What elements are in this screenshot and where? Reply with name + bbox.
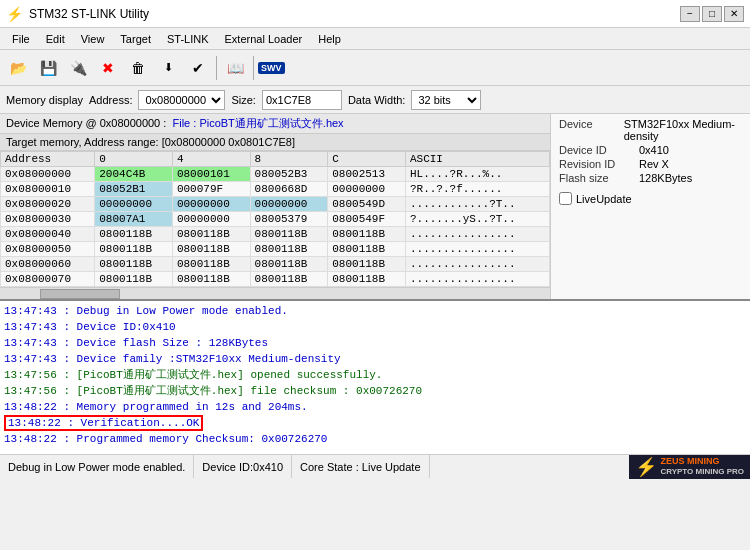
ascii-cell: ................ (405, 227, 549, 242)
data-cell: 00000000 (172, 197, 250, 212)
menu-view[interactable]: View (73, 31, 113, 47)
log-line: 13:47:43 : Debug in Low Power mode enabl… (4, 303, 746, 319)
menu-stlink[interactable]: ST-LINK (159, 31, 217, 47)
memory-table-scroll[interactable]: Address 0 4 8 C ASCII 0x080000002004C4B0… (0, 151, 550, 287)
data-cell: 0800118B (250, 257, 328, 272)
log-line: 13:47:43 : Device ID:0x410 (4, 319, 746, 335)
zeus-badge-area: ⚡ ZEUS MINING CRYPTO MINING PRO (629, 455, 750, 479)
read-button[interactable]: 📖 (221, 54, 249, 82)
data-cell: 00000000 (95, 197, 173, 212)
disconnect-button[interactable]: ✖ (94, 54, 122, 82)
open-button[interactable]: 📂 (4, 54, 32, 82)
table-row: 0x080000500800118B0800118B0800118B080011… (1, 242, 550, 257)
ascii-cell: ?.......yS..?T.. (405, 212, 549, 227)
data-cell: 0800118B (172, 227, 250, 242)
device-id-value: 0x410 (639, 144, 669, 156)
device-info-panel: Device STM32F10xx Medium-density Device … (550, 114, 750, 299)
data-width-dropdown[interactable]: 32 bits (411, 90, 481, 110)
file-bar: Device Memory @ 0x08000000 : File : Pico… (0, 114, 550, 134)
address-dropdown[interactable]: 0x08000000 (138, 90, 225, 110)
data-cell: 2004C4B (95, 167, 173, 182)
verify-button[interactable]: ✔ (184, 54, 212, 82)
data-cell: 0800118B (172, 242, 250, 257)
size-input[interactable] (262, 90, 342, 110)
menu-help[interactable]: Help (310, 31, 349, 47)
table-header-info: Target memory, Address range: [0x0800000… (0, 134, 550, 151)
save-button[interactable]: 💾 (34, 54, 62, 82)
data-cell: 0800549F (328, 212, 406, 227)
menu-target[interactable]: Target (112, 31, 159, 47)
data-cell: 0800118B (250, 242, 328, 257)
horizontal-scrollbar[interactable] (0, 287, 550, 299)
revision-id-row: Revision ID Rev X (559, 158, 742, 170)
live-update-label: LiveUpdate (576, 193, 632, 205)
address-cell: 0x08000020 (1, 197, 95, 212)
status-device-id-text: Device ID:0x410 (202, 461, 283, 473)
data-cell: 080052B3 (250, 167, 328, 182)
window-title: STM32 ST-LINK Utility (29, 7, 149, 21)
log-line: 13:47:56 : [PicoBT通用矿工测试文件.hex] file che… (4, 383, 746, 399)
table-row: 0x080000600800118B0800118B0800118B080011… (1, 257, 550, 272)
ascii-cell: ................ (405, 272, 549, 287)
memory-table: Address 0 4 8 C ASCII 0x080000002004C4B0… (0, 151, 550, 287)
data-cell: 00000000 (250, 197, 328, 212)
table-row: 0x080000002004C4B08000101080052B30800251… (1, 167, 550, 182)
status-left-text: Debug in Low Power mode enabled. (8, 461, 185, 473)
connect-button[interactable]: 🔌 (64, 54, 92, 82)
device-memory-label: Device Memory @ 0x08000000 : File : Pico… (6, 116, 344, 131)
ascii-cell: ................ (405, 242, 549, 257)
close-button[interactable]: ✕ (724, 6, 744, 22)
minimize-button[interactable]: − (680, 6, 700, 22)
file-path: File : PicoBT通用矿工测试文件.hex (172, 117, 343, 129)
flash-size-value: 128KBytes (639, 172, 692, 184)
col-8: 8 (250, 152, 328, 167)
maximize-button[interactable]: □ (702, 6, 722, 22)
app-icon: ⚡ (6, 6, 23, 22)
log-line: 13:48:22 : Programmed memory Checksum: 0… (4, 431, 746, 447)
col-c: C (328, 152, 406, 167)
flash-size-row: Flash size 128KBytes (559, 172, 742, 184)
data-cell: 08000101 (172, 167, 250, 182)
data-cell: 0800118B (95, 242, 173, 257)
address-cell: 0x08000000 (1, 167, 95, 182)
menu-edit[interactable]: Edit (38, 31, 73, 47)
device-row: Device STM32F10xx Medium-density (559, 118, 742, 142)
ascii-cell: ................ (405, 257, 549, 272)
zeus-badge: ⚡ ZEUS MINING CRYPTO MINING PRO (629, 455, 750, 479)
table-row: 0x0800003008007A100000000080053790800549… (1, 212, 550, 227)
log-line: 13:47:56 : [PicoBT通用矿工测试文件.hex] opened s… (4, 367, 746, 383)
address-range: Target memory, Address range: [0x0800000… (6, 136, 295, 148)
data-width-label: Data Width: (348, 94, 405, 106)
status-core-state-text: Core State : Live Update (300, 461, 420, 473)
memory-display-label: Memory display (6, 94, 83, 106)
status-bar: Debug in Low Power mode enabled. Device … (0, 454, 750, 478)
status-core-state: Core State : Live Update (292, 455, 429, 478)
device-id-label: Device ID (559, 144, 639, 156)
program-button[interactable]: ⬇ (154, 54, 182, 82)
revision-id-value: Rev X (639, 158, 669, 170)
data-cell: 0800118B (95, 272, 173, 287)
table-row: 0x080000400800118B0800118B0800118B080011… (1, 227, 550, 242)
status-device-id: Device ID:0x410 (194, 455, 292, 478)
address-label: Address: (89, 94, 132, 106)
memory-display-bar: Memory display Address: 0x08000000 Size:… (0, 86, 750, 114)
log-section[interactable]: 13:47:43 : Debug in Low Power mode enabl… (0, 299, 750, 454)
data-cell: 0800549D (328, 197, 406, 212)
data-cell: 0800118B (328, 257, 406, 272)
menu-file[interactable]: File (4, 31, 38, 47)
swv-badge: SWV (258, 62, 285, 74)
data-cell: 0800118B (328, 272, 406, 287)
data-cell: 0800118B (172, 272, 250, 287)
title-bar: ⚡ STM32 ST-LINK Utility − □ ✕ (0, 0, 750, 28)
erase-button[interactable]: 🗑 (124, 54, 152, 82)
data-cell: 08052B1 (95, 182, 173, 197)
data-cell: 0800118B (250, 272, 328, 287)
address-cell: 0x08000030 (1, 212, 95, 227)
data-cell: 0800118B (328, 242, 406, 257)
device-label: Device (559, 118, 624, 142)
live-update-checkbox[interactable] (559, 192, 572, 205)
address-cell: 0x08000060 (1, 257, 95, 272)
left-panel: Device Memory @ 0x08000000 : File : Pico… (0, 114, 550, 299)
menu-external-loader[interactable]: External Loader (217, 31, 311, 47)
address-cell: 0x08000050 (1, 242, 95, 257)
